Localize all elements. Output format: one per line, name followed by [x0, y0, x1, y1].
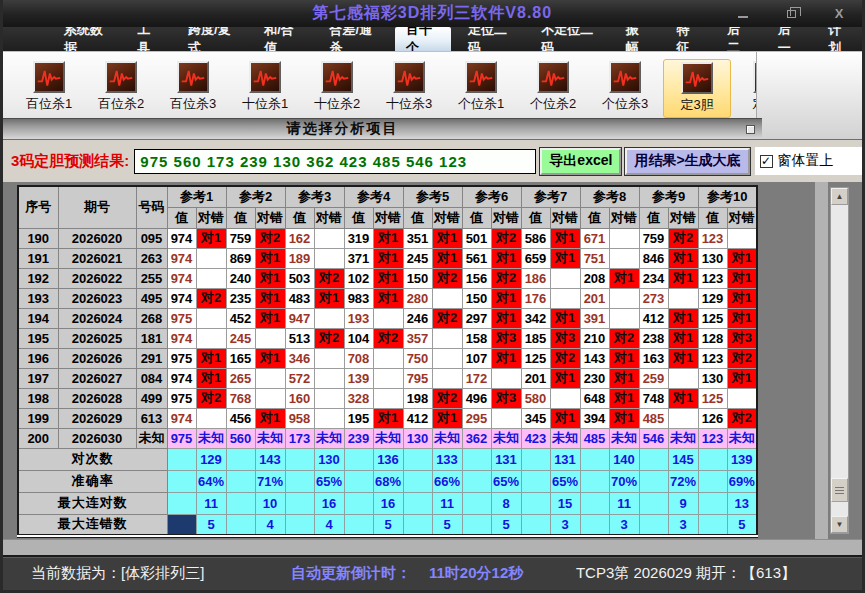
result-cell[interactable]: 对3	[491, 388, 521, 408]
summary-spacer-cell[interactable]	[639, 448, 668, 470]
value-cell[interactable]: 123	[698, 348, 727, 368]
period-cell[interactable]: 2026022	[58, 268, 136, 288]
result-cell[interactable]: 对1	[727, 288, 757, 308]
tool-button-7[interactable]: 个位杀1	[447, 59, 515, 116]
value-cell[interactable]: 759	[639, 228, 668, 248]
summary-spacer-cell[interactable]	[285, 492, 314, 514]
result-cell[interactable]: 对1	[727, 268, 757, 288]
value-cell[interactable]: 234	[639, 268, 668, 288]
value-cell[interactable]: 186	[521, 268, 550, 288]
result-cell[interactable]: 未知	[668, 428, 698, 448]
summary-spacer-cell[interactable]	[462, 492, 491, 514]
result-cell[interactable]: 未知	[609, 428, 639, 448]
summary-value-cell[interactable]: 129	[196, 448, 226, 470]
menu-item-10[interactable]: 特征	[665, 27, 710, 51]
result-cell[interactable]: 对1	[373, 408, 403, 428]
scrollbar-thumb[interactable]	[831, 478, 848, 502]
summary-value-cell[interactable]: 65%	[550, 470, 580, 492]
summary-spacer-cell[interactable]	[580, 492, 609, 514]
result-cell[interactable]	[314, 408, 344, 428]
period-cell[interactable]: 2026026	[58, 348, 136, 368]
number-cell[interactable]: 181	[136, 328, 167, 348]
number-cell[interactable]: 268	[136, 308, 167, 328]
value-cell[interactable]: 974	[167, 268, 196, 288]
summary-spacer-cell[interactable]	[580, 448, 609, 470]
result-cell[interactable]	[432, 328, 462, 348]
result-cell[interactable]: 对2	[727, 348, 757, 368]
value-cell[interactable]: 123	[698, 428, 727, 448]
summary-value-cell[interactable]: 13	[727, 492, 757, 514]
result-cell[interactable]: 对2	[432, 388, 462, 408]
summary-spacer-cell[interactable]	[639, 470, 668, 492]
value-cell[interactable]: 394	[580, 408, 609, 428]
value-cell[interactable]: 245	[226, 328, 255, 348]
value-cell[interactable]: 974	[167, 248, 196, 268]
value-cell[interactable]: 351	[403, 228, 432, 248]
tool-button-10[interactable]: 定3胆	[663, 59, 731, 118]
result-cell[interactable]: 对1	[196, 368, 226, 388]
result-cell[interactable]: 对2	[727, 408, 757, 428]
period-cell[interactable]: 2026029	[58, 408, 136, 428]
value-cell[interactable]: 342	[521, 308, 550, 328]
result-cell[interactable]	[432, 368, 462, 388]
value-cell[interactable]: 572	[285, 368, 314, 388]
summary-spacer-cell[interactable]	[344, 492, 373, 514]
result-cell[interactable]: 对1	[727, 308, 757, 328]
result-cell[interactable]: 对1	[668, 308, 698, 328]
value-cell[interactable]: 176	[521, 288, 550, 308]
value-cell[interactable]: 974	[167, 228, 196, 248]
result-cell[interactable]: 对1	[255, 308, 285, 328]
value-cell[interactable]: 150	[462, 288, 491, 308]
summary-spacer-cell[interactable]	[344, 470, 373, 492]
number-cell[interactable]: 495	[136, 288, 167, 308]
tool-button-5[interactable]: 十位杀2	[303, 59, 371, 116]
result-cell[interactable]: 对1	[609, 348, 639, 368]
result-cell[interactable]: 对2	[491, 228, 521, 248]
result-cell[interactable]: 对1	[255, 288, 285, 308]
summary-value-cell[interactable]: 8	[491, 492, 521, 514]
value-cell[interactable]: 452	[226, 308, 255, 328]
value-cell[interactable]: 195	[344, 408, 373, 428]
value-cell[interactable]: 768	[226, 388, 255, 408]
result-cell[interactable]: 未知	[255, 428, 285, 448]
result-cell[interactable]: 对1	[255, 268, 285, 288]
result-cell[interactable]	[196, 248, 226, 268]
menu-item-4[interactable]: 和/合值	[253, 27, 312, 51]
scroll-up-button[interactable]: ▲	[831, 188, 848, 205]
value-cell[interactable]: 412	[403, 408, 432, 428]
result-cell[interactable]: 对1	[373, 248, 403, 268]
result-cell[interactable]	[668, 408, 698, 428]
value-cell[interactable]: 259	[639, 368, 668, 388]
result-cell[interactable]	[609, 308, 639, 328]
value-cell[interactable]: 102	[344, 268, 373, 288]
summary-value-cell[interactable]: 68%	[373, 470, 403, 492]
scrollbar-track[interactable]	[831, 205, 848, 516]
value-cell[interactable]: 560	[226, 428, 255, 448]
number-cell[interactable]: 未知	[136, 428, 167, 448]
result-cell[interactable]	[314, 308, 344, 328]
summary-value-cell[interactable]: 10	[255, 492, 285, 514]
summary-spacer-cell[interactable]	[285, 448, 314, 470]
value-cell[interactable]: 958	[285, 408, 314, 428]
summary-spacer-cell[interactable]	[698, 448, 727, 470]
summary-value-cell[interactable]: 11	[196, 492, 226, 514]
result-cell[interactable]	[373, 388, 403, 408]
summary-spacer-cell[interactable]	[639, 492, 668, 514]
result-cell[interactable]	[668, 368, 698, 388]
number-cell[interactable]: 499	[136, 388, 167, 408]
summary-value-cell[interactable]: 16	[314, 492, 344, 514]
summary-value-cell[interactable]: 5	[432, 514, 462, 536]
period-cell[interactable]: 2026024	[58, 308, 136, 328]
result-cell[interactable]	[491, 408, 521, 428]
value-cell[interactable]: 748	[639, 388, 668, 408]
result-cell[interactable]: 对2	[314, 328, 344, 348]
value-cell[interactable]: 346	[285, 348, 314, 368]
prediction-input[interactable]	[134, 149, 536, 174]
value-cell[interactable]: 125	[698, 388, 727, 408]
generate-bigbase-button[interactable]: 用结果>生成大底	[625, 148, 749, 175]
result-cell[interactable]	[196, 408, 226, 428]
result-cell[interactable]: 对1	[609, 388, 639, 408]
value-cell[interactable]: 240	[226, 268, 255, 288]
result-cell[interactable]	[668, 288, 698, 308]
result-cell[interactable]	[196, 268, 226, 288]
